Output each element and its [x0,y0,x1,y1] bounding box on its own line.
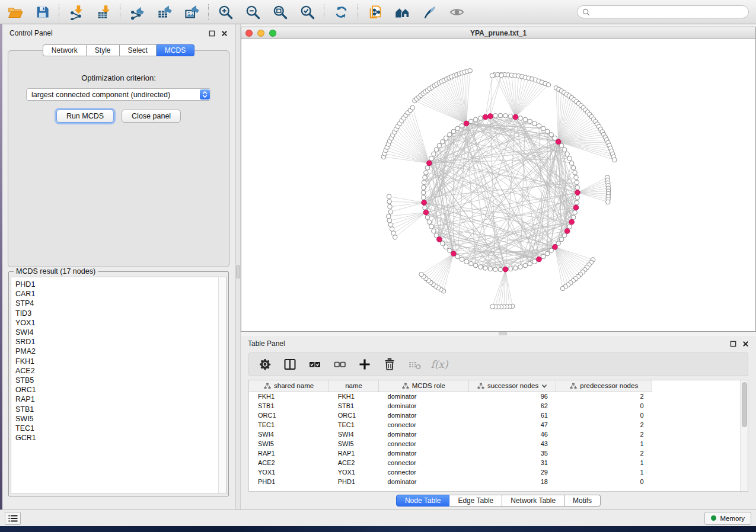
table-cell[interactable]: RAP1 [329,448,379,458]
table-cell[interactable]: 47 [468,420,556,430]
table-cell[interactable]: dominator [379,448,469,458]
mcds-result-item[interactable]: ORC1 [15,385,226,395]
mcds-result-item[interactable]: PHD1 [15,280,226,289]
mcds-result-item[interactable]: SWI4 [15,328,226,337]
table-toolbar-gear-button[interactable] [257,357,273,372]
table-cell[interactable]: 35 [468,448,556,458]
table-row[interactable]: SWI4SWI4dominator462 [249,430,748,439]
horizontal-splitter[interactable] [241,332,756,336]
table-cell[interactable]: 1 [556,439,652,448]
table-row[interactable]: ACE2ACE2connector311 [249,458,748,467]
table-cell[interactable]: 0 [556,401,652,411]
table-toolbar-function-button[interactable]: f(x) [432,357,447,372]
table-toolbar-columns-button[interactable] [282,357,298,372]
table-cell[interactable]: ORC1 [329,411,379,420]
table-row[interactable]: RAP1RAP1dominator352 [249,448,748,458]
table-row[interactable]: SWI5SWI5connector431 [249,439,748,448]
table-cell[interactable]: TEC1 [329,420,379,430]
toolbar-button-style[interactable] [420,3,438,21]
table-cell[interactable]: SWI5 [249,439,329,448]
vertical-splitter[interactable] [235,24,241,509]
table-cell[interactable]: PHD1 [249,477,329,486]
table-cell[interactable]: 31 [468,458,556,467]
table-cell[interactable]: 61 [468,411,556,420]
table-cell[interactable]: connector [379,439,469,448]
table-cell[interactable]: 29 [468,467,556,477]
tab-mcds[interactable]: MCDS [157,44,194,56]
mcds-result-item[interactable]: SRD1 [15,337,226,347]
table-row[interactable]: STB1STB1dominator620 [249,401,748,411]
table-cell[interactable]: SWI5 [329,439,379,448]
network-graph[interactable] [241,39,753,331]
leaf-nodes[interactable] [381,69,617,309]
table-cell[interactable]: STB1 [249,401,329,411]
table-cell[interactable]: dominator [379,430,469,439]
column-header-MCDS-role[interactable]: MCDS role [379,380,469,392]
toolbar-button-import-network[interactable] [67,3,85,21]
close-panel-button[interactable]: Close panel [122,110,181,123]
column-header-successor-nodes[interactable]: successor nodes [468,380,556,392]
splitter-grip[interactable] [499,332,507,335]
mcds-result-item[interactable]: FKH1 [15,357,226,366]
mcds-result-item[interactable]: STP4 [15,299,226,308]
table-cell[interactable]: 2 [556,392,652,401]
mcds-result-item[interactable]: GCR1 [15,433,226,443]
toolbar-button-export-table[interactable] [155,3,173,21]
toolbar-button-open[interactable] [6,3,24,21]
tab-node-table[interactable]: Node Table [396,495,450,507]
splitter-grip[interactable] [236,265,240,278]
table-cell[interactable]: ACE2 [329,458,379,467]
table-cell[interactable]: STB1 [329,401,379,411]
table-cell[interactable]: 2 [556,430,652,439]
table-cell[interactable]: ACE2 [249,458,329,467]
toolbar-button-import-table[interactable] [94,3,112,21]
table-cell[interactable]: 0 [556,411,652,420]
table-cell[interactable]: TEC1 [249,420,329,430]
table-scrollbar-thumb[interactable] [742,382,747,427]
table-cell[interactable]: 62 [468,401,556,411]
mcds-result-item[interactable]: TID3 [15,309,226,318]
tab-edge-table[interactable]: Edge Table [449,495,502,507]
table-cell[interactable]: ORC1 [249,411,329,420]
criterion-dropdown[interactable]: largest connected component (undirected) [26,88,211,101]
table-row[interactable]: FKH1FKH1dominator962 [249,392,748,401]
table-cell[interactable]: 1 [556,458,652,467]
mcds-result-item[interactable]: ACE2 [15,366,226,376]
task-history-button[interactable] [5,512,21,525]
table-cell[interactable]: 0 [556,477,652,486]
table-cell[interactable]: dominator [379,411,469,420]
table-row[interactable]: YOX1YOX1connector291 [249,467,748,477]
table-cell[interactable]: 96 [468,392,556,401]
table-cell[interactable]: FKH1 [249,392,329,401]
table-cell[interactable]: dominator [379,477,469,486]
toolbar-button-refresh[interactable] [332,3,350,21]
search-input[interactable] [593,8,744,16]
toolbar-button-zoom-selected[interactable] [298,3,316,21]
network-canvas[interactable] [241,39,755,331]
table-cell[interactable]: SWI4 [329,430,379,439]
table-cell[interactable]: 2 [556,448,652,458]
toolbar-button-export-image[interactable] [183,3,200,21]
tab-network-table[interactable]: Network Table [502,495,564,507]
mcds-result-item[interactable]: RAP1 [15,395,226,404]
control-panel-float-button[interactable] [207,28,216,38]
table-cell[interactable]: PHD1 [329,477,379,486]
table-row[interactable]: ORC1ORC1dominator610 [249,411,748,420]
table-panel-float-button[interactable] [728,339,738,348]
toolbar-button-visibility[interactable] [448,3,465,21]
tab-style[interactable]: Style [87,44,120,56]
mcds-result-item[interactable]: YOX1 [15,318,226,328]
table-cell[interactable]: FKH1 [329,392,379,401]
table-toolbar-add-button[interactable] [357,357,372,372]
toolbar-button-zoom-out[interactable] [244,3,261,21]
tab-network[interactable]: Network [43,44,87,56]
table-cell[interactable]: YOX1 [329,467,379,477]
toolbar-button-clone-network[interactable] [366,3,384,21]
column-header-predecessor-nodes[interactable]: predecessor nodes [556,380,652,392]
table-cell[interactable]: 1 [556,467,652,477]
mcds-result-item[interactable]: SWI5 [15,414,226,424]
mcds-list-scrollbar[interactable] [218,277,226,493]
tab-motifs[interactable]: Motifs [564,495,601,507]
table-cell[interactable]: connector [379,458,469,467]
table-toolbar-deselect-button[interactable] [332,357,347,372]
